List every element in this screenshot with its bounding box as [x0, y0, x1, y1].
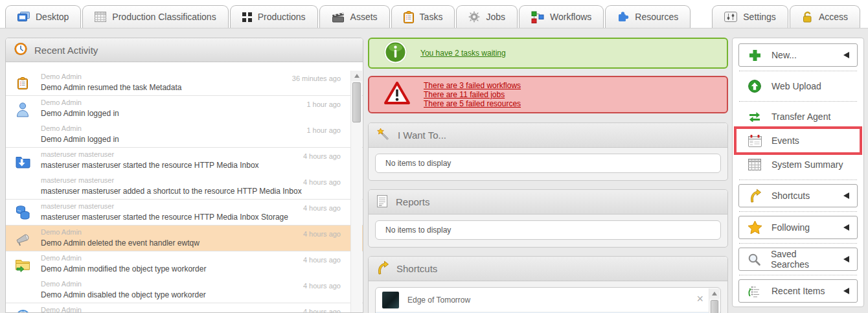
reports-panel: Reports No items to display — [368, 189, 728, 248]
failure-link[interactable]: There are 5 failed resources — [424, 99, 521, 108]
clapperboard-icon — [332, 12, 345, 23]
recent-items-icon — [747, 285, 762, 297]
activity-message: masteruser masteruser started the resour… — [41, 159, 259, 170]
expander-triangle-icon[interactable] — [843, 192, 849, 199]
expander-triangle-icon[interactable] — [843, 288, 849, 294]
activity-row[interactable]: Demo Admin 4 hours ago — [6, 303, 363, 313]
activity-row[interactable]: Demo Admin Demo Admin logged in 1 hour a… — [6, 96, 363, 122]
activity-time: 4 hours ago — [303, 308, 341, 313]
scroll-up-icon[interactable] — [709, 288, 720, 299]
tab-label: Production Classifications — [112, 12, 216, 22]
shortcut-arrow-icon — [376, 261, 389, 277]
user-icon — [14, 100, 31, 117]
web-upload-icon — [747, 80, 762, 93]
tab-resources[interactable]: Resources — [605, 5, 691, 28]
sidebar-item-saved-searches[interactable]: Saved Searches — [738, 248, 858, 271]
recent-activity-title: Recent Activity — [34, 45, 98, 56]
tab-label: Tasks — [420, 12, 443, 22]
tab-label: Resources — [635, 12, 678, 22]
activity-list: Demo Admin Demo Admin resumed the task M… — [6, 62, 363, 312]
shortcut-item[interactable]: Edge of Tomorrow × — [376, 288, 720, 312]
tab-assets[interactable]: Assets — [319, 5, 390, 28]
scrollbar-thumb[interactable] — [711, 300, 718, 313]
dotted-divider — [739, 101, 857, 102]
activity-message: Demo Admin logged in — [41, 107, 259, 119]
failure-link[interactable]: There are 11 failed jobs — [424, 90, 521, 99]
clock-icon — [14, 42, 28, 58]
globe-icon — [14, 308, 31, 313]
activity-message: masteruser masteruser started the resour… — [41, 211, 259, 222]
tab-label: Settings — [743, 12, 776, 22]
activity-scrollbar[interactable] — [350, 71, 362, 312]
dotted-divider — [739, 211, 857, 212]
clipboard-icon — [14, 75, 31, 91]
tab-bar: Desktop Production Classifications Produ… — [0, 0, 868, 29]
quick-actions-sidebar: New... Web Upload Transfer Agent Events … — [732, 38, 864, 307]
shortcut-label: Edge of Tomorrow — [407, 296, 470, 305]
activity-message: Demo Admin modified the object type work… — [41, 262, 259, 274]
tab-access[interactable]: Access — [790, 5, 860, 28]
activity-time: 4 hours ago — [303, 282, 341, 290]
scrollbar-thumb[interactable] — [352, 82, 361, 122]
activity-row[interactable]: Demo Admin Demo Admin disabled the objec… — [6, 277, 363, 303]
dotted-divider — [739, 71, 857, 71]
tab-label: Desktop — [36, 12, 69, 22]
report-icon — [376, 194, 388, 210]
tab-tasks[interactable]: Tasks — [391, 5, 455, 28]
transfer-icon — [747, 112, 762, 122]
activity-row[interactable]: masteruser masteruser masteruser masteru… — [6, 174, 363, 200]
desktop-window-icon — [17, 12, 30, 22]
sidebar-item-label: System Summary — [771, 159, 843, 170]
sidebar-item-label: Web Upload — [771, 81, 821, 91]
gear-icon — [468, 11, 480, 23]
activity-row[interactable]: Demo Admin Demo Admin modified the objec… — [6, 251, 363, 277]
sidebar-item-system-summary[interactable]: System Summary — [738, 154, 858, 176]
tab-jobs[interactable]: Jobs — [456, 5, 518, 28]
wand-icon — [376, 128, 390, 143]
plus-icon — [747, 50, 762, 61]
sidebar-item-transfer-agent[interactable]: Transfer Agent — [738, 106, 858, 128]
activity-row[interactable]: Demo Admin Demo Admin resumed the task M… — [6, 70, 363, 96]
calendar-icon — [747, 134, 762, 148]
inbox-folder-icon — [14, 152, 31, 169]
activity-time: 4 hours ago — [303, 178, 341, 186]
failures-alert: There are 3 failed workflowsThere are 11… — [368, 76, 728, 113]
tab-workflows[interactable]: Workflows — [519, 5, 604, 28]
expander-triangle-icon[interactable] — [843, 52, 849, 58]
storage-icon — [14, 204, 31, 221]
tab-desktop[interactable]: Desktop — [5, 5, 81, 28]
tab-production-classifications[interactable]: Production Classifications — [82, 5, 228, 28]
failure-links: There are 3 failed workflowsThere are 11… — [424, 81, 521, 108]
recent-activity-panel: Recent Activity Demo Admin Demo Admin re… — [5, 38, 363, 313]
sidebar-item-following[interactable]: Following — [738, 216, 858, 239]
tasks-waiting-alert: You have 2 tasks waiting — [368, 38, 728, 69]
activity-user: Demo Admin — [41, 73, 259, 81]
reports-title: Reports — [396, 196, 430, 207]
shortcuts-scrollbar[interactable] — [709, 288, 720, 313]
activity-row[interactable]: Demo Admin Demo Admin logged in 1 hour a… — [6, 122, 363, 148]
failure-link[interactable]: There are 3 failed workflows — [424, 81, 521, 90]
tab-productions[interactable]: Productions — [230, 5, 318, 28]
activity-row[interactable]: masteruser masteruser masteruser masteru… — [6, 200, 363, 226]
activity-row[interactable]: Demo Admin Demo Admin deleted the event … — [6, 226, 363, 251]
scroll-up-icon[interactable] — [351, 71, 362, 81]
tab-label: Assets — [350, 12, 378, 22]
folder-modify-icon — [14, 256, 31, 273]
sidebar-button-label: Recent Items — [771, 286, 825, 296]
sidebar-item-label: Events — [771, 135, 799, 146]
sidebar-item-web-upload[interactable]: Web Upload — [738, 75, 858, 97]
grid-icon — [95, 12, 106, 22]
expander-triangle-icon[interactable] — [843, 224, 849, 231]
sidebar-item-shortcuts[interactable]: Shortcuts — [738, 184, 858, 207]
sidebar-item-new[interactable]: New... — [738, 43, 858, 67]
tab-group-left: Desktop Production Classifications Produ… — [5, 5, 692, 28]
close-icon[interactable]: × — [696, 293, 703, 305]
i-want-to-empty-message: No items to display — [375, 154, 721, 173]
activity-row[interactable]: masteruser masteruser masteruser masteru… — [6, 148, 363, 174]
tasks-waiting-link[interactable]: You have 2 tasks waiting — [420, 49, 506, 58]
sidebar-item-recent-items[interactable]: Recent Items — [738, 279, 858, 303]
sidebar-item-events[interactable]: Events — [738, 130, 858, 152]
tab-settings[interactable]: Settings — [712, 5, 788, 28]
lock-icon — [802, 11, 813, 23]
expander-triangle-icon[interactable] — [843, 256, 849, 262]
